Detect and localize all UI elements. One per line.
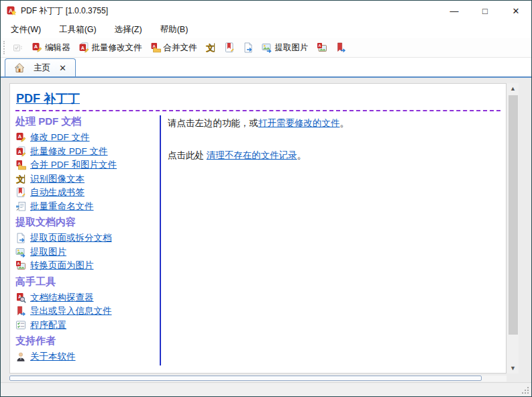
tab-close-button[interactable]: ✕ — [59, 64, 66, 72]
minimize-button[interactable]: — — [439, 1, 470, 21]
vertical-scrollbar[interactable]: ▲ ▼ — [507, 83, 519, 374]
svg-text:A: A — [17, 262, 20, 266]
bookmark-gen-icon — [15, 187, 26, 198]
link-extract-images[interactable]: 提取图片 — [15, 245, 160, 260]
link-ocr-image-text-label[interactable]: 识别图像文本 — [30, 173, 85, 185]
link-ocr-image-text[interactable]: 文识别图像文本 — [15, 172, 160, 186]
toolbar-extract-images-label: 提取图片 — [275, 42, 309, 54]
scroll-down-arrow-icon[interactable]: ▼ — [507, 363, 519, 374]
pdf-batch-icon: A — [78, 42, 89, 53]
link-batch-rename[interactable]: 批量重命名文件 — [15, 200, 160, 214]
link-auto-bookmark[interactable]: 自动生成书签 — [15, 186, 160, 200]
toolbar-grip[interactable] — [3, 41, 7, 54]
menu-toolbox[interactable]: 工具箱(G) — [52, 21, 104, 38]
scroll-up-arrow-icon[interactable]: ▲ — [507, 83, 519, 94]
svg-text:A: A — [318, 44, 321, 48]
toolbar-extract-images[interactable]: 提取图片 — [258, 41, 312, 55]
ocr-icon: 文 — [15, 174, 26, 184]
link-modify-pdf[interactable]: A修改 PDF 文件 — [15, 131, 160, 145]
section-process-pdf-header: 处理 PDF 文档 — [15, 115, 160, 128]
config-icon — [15, 320, 26, 331]
svg-text:文: 文 — [15, 174, 25, 184]
merge-icon: A — [150, 42, 161, 53]
toolbar-editor-label: 编辑器 — [45, 42, 70, 54]
home-panel: PDF 补丁丁 处理 PDF 文档A修改 PDF 文件A批量修改 PDF 文件A… — [9, 83, 507, 374]
close-button[interactable]: ✕ — [500, 1, 531, 21]
link-app-config[interactable]: 程序配置 — [15, 319, 160, 333]
link-export-import-info-label[interactable]: 导出或导入信息文件 — [30, 305, 112, 317]
hint-line-2: 点击此处 清理不存在的文件记录。 — [168, 149, 500, 162]
hint-line-2-period: 。 — [297, 150, 307, 160]
info-export-icon — [335, 42, 346, 53]
pdf-batch-icon: A — [15, 146, 26, 157]
bookmark-gen-icon — [224, 42, 235, 53]
clean-missing-files-link[interactable]: 清理不存在的文件记录 — [207, 150, 297, 160]
toolbar-extract-pages[interactable] — [240, 41, 257, 54]
toolbar-items: A编辑器A批量修改文件A合并文件文提取图片A — [9, 41, 351, 55]
link-export-import-info[interactable]: 导出或导入信息文件 — [15, 304, 160, 319]
title-bar: A PDF 补丁丁 [1.0.0.3755] — □ ✕ — [1, 1, 531, 21]
toolbar-merge-files-label: 合并文件 — [164, 42, 197, 54]
hint-line-1-period: 。 — [340, 118, 350, 128]
menu-file[interactable]: 文件(W) — [3, 21, 48, 38]
toolbar-batch-modify-label: 批量修改文件 — [92, 42, 142, 54]
link-merge-pdf-images[interactable]: A合并 PDF 和图片文件 — [15, 158, 160, 172]
toolbar-ocr[interactable]: 文 — [202, 41, 219, 54]
link-modify-pdf-label[interactable]: 修改 PDF 文件 — [30, 131, 90, 144]
open-file-link[interactable]: 打开需要修改的文件 — [258, 118, 340, 128]
tab-home[interactable]: 主页 ✕ — [5, 58, 76, 76]
hint-line-1-text: 请点击左边的功能，或 — [168, 118, 258, 128]
link-page-to-image[interactable]: A转换页面为图片 — [15, 259, 160, 273]
link-batch-rename-label[interactable]: 批量重命名文件 — [30, 201, 94, 213]
link-about-label[interactable]: 关于本软件 — [30, 351, 76, 363]
resize-grip[interactable] — [521, 386, 529, 394]
page-to-image-icon: A — [317, 42, 327, 53]
merge-icon: A — [15, 160, 26, 170]
person-icon — [15, 351, 26, 362]
content-area: PDF 补丁丁 处理 PDF 文档A修改 PDF 文件A批量修改 PDF 文件A… — [1, 78, 531, 382]
link-batch-modify-pdf[interactable]: A批量修改 PDF 文件 — [15, 145, 160, 159]
page-extract-icon — [15, 233, 26, 243]
pdf-edit-icon: A — [32, 42, 42, 53]
home-page-title[interactable]: PDF 补丁丁 — [16, 91, 80, 107]
hint-text-area: 请点击左边的功能，或打开需要修改的文件。 点击此处 清理不存在的文件记录。 — [161, 115, 500, 365]
toolbar-batch-modify[interactable]: A批量修改文件 — [75, 41, 146, 55]
link-merge-pdf-images-label[interactable]: 合并 PDF 和图片文件 — [30, 159, 117, 171]
link-about[interactable]: 关于本软件 — [15, 350, 160, 364]
inspector-icon: A — [15, 292, 26, 303]
vertical-scroll-track[interactable] — [507, 94, 519, 363]
page-extract-icon — [243, 42, 254, 53]
toolbar-merge-files[interactable]: A合并文件 — [147, 41, 201, 55]
horizontal-scroll-thumb[interactable] — [9, 376, 482, 381]
toolbar-auto-bookmark[interactable] — [221, 41, 238, 54]
menu-select[interactable]: 选择(Z) — [107, 21, 150, 38]
ocr-icon: 文 — [205, 42, 216, 53]
svg-text:A: A — [18, 134, 22, 140]
dashed-separator — [15, 110, 500, 111]
menu-help[interactable]: 帮助(B) — [153, 21, 196, 38]
home-columns: 处理 PDF 文档A修改 PDF 文件A批量修改 PDF 文件A合并 PDF 和… — [15, 115, 500, 365]
vertical-scroll-thumb[interactable] — [509, 95, 518, 335]
toolbar-editor[interactable]: A编辑器 — [28, 41, 74, 55]
link-page-to-image-label[interactable]: 转换页面为图片 — [30, 260, 94, 272]
horizontal-scrollbar[interactable] — [9, 376, 507, 382]
rename-icon — [15, 201, 26, 212]
link-auto-bookmark-label[interactable]: 自动生成书签 — [30, 186, 85, 198]
hint-line-1: 请点击左边的功能，或打开需要修改的文件。 — [168, 117, 500, 129]
link-extract-images-label[interactable]: 提取图片 — [30, 246, 66, 258]
toolbar-multiselect-toggle[interactable] — [9, 41, 27, 54]
toolbar-page-to-image[interactable]: A — [313, 41, 331, 54]
link-extract-pages-label[interactable]: 提取页面或拆分文档 — [30, 232, 112, 244]
maximize-button[interactable]: □ — [470, 1, 500, 21]
app-icon: A — [6, 5, 17, 16]
link-structure-inspector-label[interactable]: 文档结构探查器 — [30, 292, 94, 304]
link-app-config-label[interactable]: 程序配置 — [30, 319, 66, 331]
link-structure-inspector[interactable]: A文档结构探查器 — [15, 291, 160, 305]
link-batch-modify-pdf-label[interactable]: 批量修改 PDF 文件 — [30, 146, 108, 158]
toolbar-export-info[interactable] — [332, 41, 350, 54]
function-link-list: 处理 PDF 文档A修改 PDF 文件A批量修改 PDF 文件A合并 PDF 和… — [15, 115, 160, 365]
page-to-image-icon: A — [15, 260, 26, 271]
svg-text:A: A — [34, 44, 38, 50]
section-expert-tools-header: 高手工具 — [15, 276, 160, 288]
link-extract-pages[interactable]: 提取页面或拆分文档 — [15, 231, 160, 245]
